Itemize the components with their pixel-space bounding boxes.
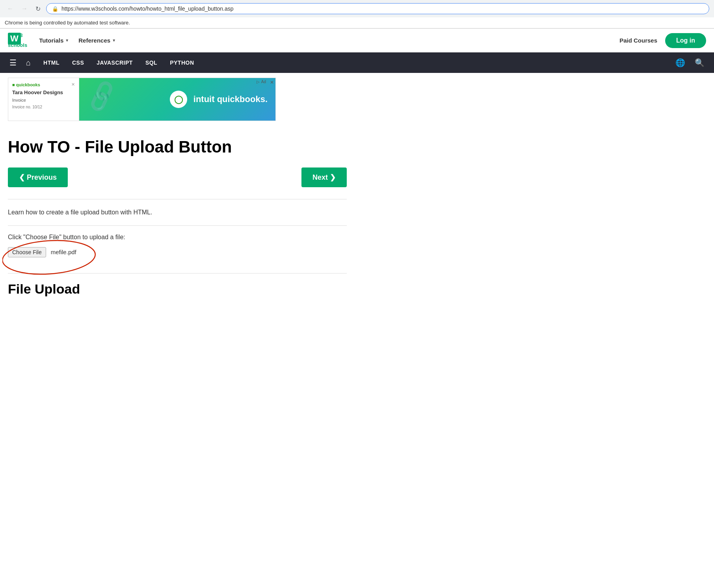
previous-button[interactable]: Previous (8, 167, 68, 187)
w3-logo-sup: 3 (20, 33, 23, 38)
hamburger-button[interactable]: ☰ (6, 55, 20, 71)
automated-notice: Chrome is being controlled by automated … (0, 17, 714, 28)
file-name-display: mefile.pdf (51, 249, 76, 255)
ad-chain-icon: 🔗 (83, 78, 121, 114)
ad-close-icon[interactable]: ✕ (71, 82, 75, 87)
tutorials-dropdown-icon: ▼ (65, 38, 69, 43)
ad-qb-logo: ◯ (170, 91, 187, 108)
browser-toolbar: ← → ↻ 🔒 (0, 0, 714, 17)
w3-logo-wrap: W 3 schools (8, 33, 27, 48)
home-button[interactable]: ⌂ (21, 55, 35, 71)
section-divider-1 (8, 199, 347, 199)
ad-company-name: Tara Hoover Designs (12, 89, 75, 95)
ad-x-button[interactable]: ✕ (270, 80, 274, 85)
ad-left-top: ■ quickbooks ✕ (12, 82, 75, 87)
references-dropdown-icon: ▼ (112, 38, 116, 43)
dark-nav-right: 🌐 🔍 (672, 55, 708, 71)
demo-section: Click "Choose File" button to upload a f… (8, 225, 347, 265)
tutorials-label: Tutorials (39, 37, 63, 44)
references-menu[interactable]: References ▼ (78, 37, 116, 44)
ad-brand-name: intuit quickbooks. (193, 94, 268, 104)
topnav-links: Tutorials ▼ References ▼ (39, 37, 116, 44)
lock-icon: 🔒 (52, 6, 58, 12)
login-button[interactable]: Log in (665, 33, 706, 48)
nav-item-sql[interactable]: SQL (139, 54, 164, 71)
back-button[interactable]: ← (5, 4, 16, 14)
demo-label: Click "Choose File" button to upload a f… (8, 234, 347, 241)
red-oval-annotation (2, 240, 97, 275)
ad-qb-icon: ◯ (174, 95, 183, 104)
search-button[interactable]: 🔍 (692, 55, 708, 71)
svg-point-0 (2, 240, 97, 275)
nav-item-javascript[interactable]: JAVASCRIPT (90, 54, 139, 71)
forward-button[interactable]: → (19, 4, 30, 14)
references-label: References (78, 37, 110, 44)
topnav-right: Paid Courses Log in (619, 33, 706, 48)
ad-badge-label: Ad (261, 80, 266, 84)
section-heading: File Upload (8, 281, 347, 297)
reload-button[interactable]: ↻ (33, 4, 43, 14)
ad-doc-type: Invoice (12, 98, 75, 102)
tutorials-menu[interactable]: Tutorials ▼ (39, 37, 69, 44)
globe-button[interactable]: 🌐 (672, 55, 688, 71)
ad-right: 🔗 ▷ Ad ✕ ◯ intuit quickbooks. (79, 78, 275, 121)
nav-item-html[interactable]: HTML (37, 54, 66, 71)
ad-badge-text: ▷ (257, 80, 260, 84)
file-input-row: Choose File mefile.pdf (8, 247, 76, 257)
w3-logo-schools: schools (8, 42, 27, 48)
w3-topnav: W 3 schools Tutorials ▼ References ▼ Pai… (0, 29, 714, 52)
nav-items: HTML CSS JAVASCRIPT SQL PYTHON (37, 54, 200, 71)
next-button[interactable]: Next (301, 167, 347, 187)
nav-item-css[interactable]: CSS (66, 54, 90, 71)
dark-navbar: ☰ ⌂ HTML CSS JAVASCRIPT SQL PYTHON 🌐 🔍 (0, 52, 714, 73)
w3-logo[interactable]: W 3 schools (8, 33, 27, 48)
nav-item-python[interactable]: PYTHON (164, 54, 200, 71)
section-divider-2 (8, 273, 347, 274)
nav-buttons: Previous Next (8, 167, 347, 187)
browser-chrome: ← → ↻ 🔒 Chrome is being controlled by au… (0, 0, 714, 29)
ad-qb-small-logo: ■ quickbooks (12, 82, 40, 87)
main-content: How TO - File Upload Button Previous Nex… (0, 126, 355, 309)
ad-banner: ■ quickbooks ✕ Tara Hoover Designs Invoi… (8, 78, 276, 121)
ad-doc-num: Invoice no. 10/12 (12, 105, 75, 109)
paid-courses-link[interactable]: Paid Courses (619, 37, 657, 44)
file-upload-wrapper: Choose File mefile.pdf (8, 247, 76, 257)
choose-file-button[interactable]: Choose File (8, 247, 46, 257)
ad-badge: ▷ Ad (257, 80, 266, 84)
ad-left: ■ quickbooks ✕ Tara Hoover Designs Invoi… (8, 78, 79, 121)
url-input[interactable] (61, 6, 703, 12)
address-bar[interactable]: 🔒 (46, 3, 709, 14)
page-title: How TO - File Upload Button (8, 138, 347, 156)
description-text: Learn how to create a file upload button… (8, 207, 347, 218)
